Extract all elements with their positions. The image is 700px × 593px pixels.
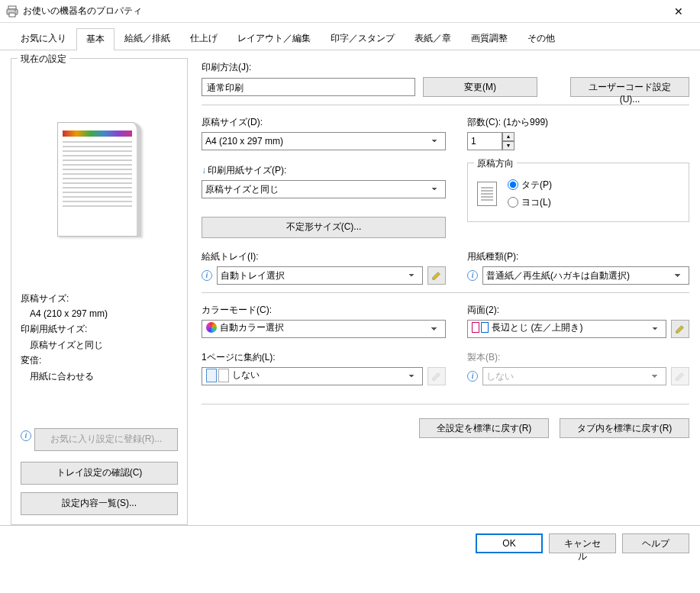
doc-size-label: 原稿サイズ(D): <box>202 116 446 129</box>
summary-printsize-value: 原稿サイズと同じ <box>21 337 178 353</box>
title-bar: お使いの機器名のプロパティ ✕ <box>0 0 700 23</box>
settings-summary: 原稿サイズ: A4 (210 x 297 mm) 印刷用紙サイズ: 原稿サイズと… <box>21 291 178 384</box>
tab-paper-feed[interactable]: 給紙／排紙 <box>115 27 180 50</box>
duplex-edit-button[interactable] <box>671 320 689 338</box>
custom-size-button[interactable]: 不定形サイズ(C)... <box>202 217 446 238</box>
copies-label: 部数(C): (1から999) <box>467 116 689 129</box>
dialog-footer: OK キャンセル ヘルプ <box>0 525 700 561</box>
orientation-landscape[interactable]: ヨコ(L) <box>508 196 552 209</box>
tab-other[interactable]: その他 <box>518 27 565 50</box>
booklet-select: しない <box>482 367 666 385</box>
nup-select[interactable] <box>202 367 423 385</box>
settings-list-button[interactable]: 設定内容一覧(S)... <box>21 492 178 515</box>
copies-spinner[interactable]: ▲ ▼ <box>467 132 689 150</box>
doc-size-select[interactable]: A4 (210 x 297 mm) <box>202 132 446 150</box>
info-icon: i <box>202 270 212 281</box>
summary-printsize-label: 印刷用紙サイズ: <box>21 321 178 337</box>
copies-input[interactable] <box>467 132 502 150</box>
copies-up-button[interactable]: ▲ <box>502 132 515 141</box>
summary-docsize-value: A4 (210 x 297 mm) <box>21 306 178 321</box>
info-icon: i <box>467 270 478 281</box>
print-paper-size-select[interactable]: 原稿サイズと同じ <box>202 180 446 198</box>
ok-button[interactable]: OK <box>476 533 543 553</box>
orientation-title: 原稿方向 <box>474 157 517 170</box>
tray-edit-button[interactable] <box>427 266 446 285</box>
print-method-value: 通常印刷 <box>202 78 415 96</box>
tab-quality[interactable]: 画質調整 <box>461 27 518 50</box>
tray-select[interactable]: 自動トレイ選択 <box>217 266 423 285</box>
tab-layout[interactable]: レイアウト／編集 <box>227 27 321 50</box>
pencil-icon <box>431 371 442 382</box>
preview-page-icon <box>57 122 141 237</box>
print-method-label: 印刷方法(J): <box>202 61 689 74</box>
info-icon: i <box>21 430 31 441</box>
pencil-icon <box>675 324 685 334</box>
user-code-button[interactable]: ユーザーコード設定(U)... <box>570 77 689 97</box>
printer-icon <box>6 5 18 18</box>
arrow-down-icon: ↓ <box>202 165 206 176</box>
save-favorite-button[interactable]: お気に入り設定に登録(R)... <box>34 428 178 451</box>
restore-tab-button[interactable]: タブ内を標準に戻す(R) <box>560 418 689 438</box>
orientation-portrait[interactable]: タテ(P) <box>508 179 552 192</box>
tray-label: 給紙トレイ(I): <box>202 250 446 263</box>
summary-docsize-label: 原稿サイズ: <box>21 291 178 306</box>
paper-type-label: 用紙種類(P): <box>467 250 689 263</box>
booklet-label: 製本(B): <box>467 351 689 364</box>
svg-rect-2 <box>9 13 15 17</box>
duplex-select[interactable] <box>467 320 666 338</box>
svg-point-3 <box>15 10 16 11</box>
svg-rect-0 <box>8 6 16 9</box>
booklet-edit-button <box>671 367 689 385</box>
tab-basic[interactable]: 基本 <box>76 28 115 50</box>
print-paper-size-label: ↓印刷用紙サイズ(P): <box>202 164 446 177</box>
tab-cover[interactable]: 表紙／章 <box>405 27 461 50</box>
current-settings-title: 現在の設定 <box>18 53 69 66</box>
preview-area <box>21 73 178 286</box>
summary-zoom-value: 用紙に合わせる <box>21 369 178 384</box>
tab-favorites[interactable]: お気に入り <box>11 27 76 50</box>
duplex-label: 両面(2): <box>467 304 689 317</box>
color-mode-select[interactable] <box>202 320 446 338</box>
nup-edit-button <box>427 367 446 385</box>
close-button[interactable]: ✕ <box>663 1 694 22</box>
restore-all-button[interactable]: 全設定を標準に戻す(R) <box>419 418 549 438</box>
copies-down-button[interactable]: ▼ <box>502 141 515 150</box>
pencil-icon <box>431 270 442 281</box>
current-settings-frame: 現在の設定 原稿サイズ: A4 (210 x 297 mm) 印刷用紙サイズ: … <box>11 58 188 525</box>
cancel-button[interactable]: キャンセル <box>549 533 616 553</box>
tray-check-button[interactable]: トレイ設定の確認(C) <box>21 462 178 485</box>
tab-bar: お気に入り 基本 給紙／排紙 仕上げ レイアウト／編集 印字／スタンプ 表紙／章… <box>0 23 700 50</box>
nup-label: 1ページに集約(L): <box>202 351 446 364</box>
orientation-icon <box>477 182 497 206</box>
pencil-icon <box>675 371 685 382</box>
tab-stamps[interactable]: 印字／スタンプ <box>321 27 405 50</box>
paper-type-select[interactable]: 普通紙／再生紙(ハガキは自動選択) <box>482 266 689 285</box>
window-title: お使いの機器名のプロパティ <box>23 5 663 18</box>
color-mode-label: カラーモード(C): <box>202 304 446 317</box>
info-icon: i <box>467 371 478 382</box>
help-button[interactable]: ヘルプ <box>622 533 689 553</box>
change-button[interactable]: 変更(M) <box>423 77 537 97</box>
tab-finishing[interactable]: 仕上げ <box>180 27 227 50</box>
summary-zoom-label: 変倍: <box>21 353 178 368</box>
